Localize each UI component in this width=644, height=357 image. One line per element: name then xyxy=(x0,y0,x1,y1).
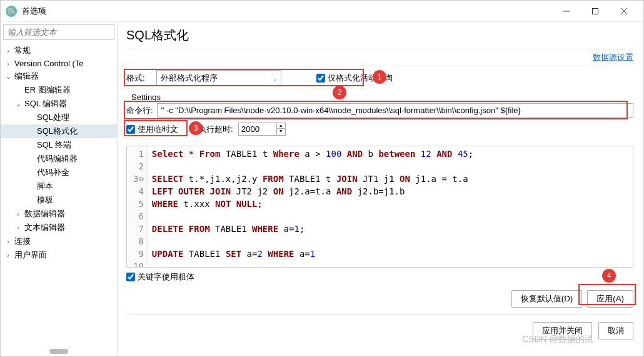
tree-label: Version Control (Te xyxy=(13,59,84,68)
scrollbar-thumb[interactable] xyxy=(49,349,68,354)
spinner-up-icon[interactable]: ▲ xyxy=(277,123,285,129)
cancel-button[interactable]: 取消 xyxy=(598,322,633,339)
tree-item[interactable]: SQL处理 xyxy=(1,111,117,124)
chevron-right-icon[interactable]: › xyxy=(13,210,23,218)
tree-label: 文本编辑器 xyxy=(23,222,65,233)
code-preview: 123⊖45678910 Select * From TABLE1 t Wher… xyxy=(126,146,633,268)
tree-item[interactable]: ›常规 xyxy=(1,44,117,58)
use-temp-input[interactable] xyxy=(126,125,135,134)
filter-input[interactable] xyxy=(3,24,114,40)
tree-item[interactable]: 模板 xyxy=(1,193,117,207)
format-value: 外部格式化程序 xyxy=(161,73,218,84)
main-panel: SQL格式化 数据源设置 格式: 外部格式化程序 ⌵ 仅格式化活动查询 1 Se… xyxy=(118,22,643,356)
only-active-label: 仅格式化活动查询 xyxy=(328,73,393,84)
timeout-spinner[interactable]: ▲ ▼ xyxy=(238,123,286,136)
use-temp-label: 使用临时文 xyxy=(138,124,178,135)
bold-keywords-checkbox[interactable]: 关键字使用粗体 xyxy=(126,271,194,283)
close-button[interactable] xyxy=(610,1,638,21)
code-lines: Select * From TABLE1 t Where a > 100 AND… xyxy=(148,146,633,267)
page-title: SQL格式化 xyxy=(126,26,633,49)
chevron-right-icon[interactable]: › xyxy=(3,60,13,68)
tree-item[interactable]: ›连接 xyxy=(1,234,117,248)
window-title: 首选项 xyxy=(22,6,552,17)
tree-item[interactable]: ›用户界面 xyxy=(1,248,117,262)
tree-item[interactable]: 代码补全 xyxy=(1,166,117,179)
only-active-input[interactable] xyxy=(316,74,325,83)
app-icon xyxy=(6,6,17,17)
tree-label: ER 图编辑器 xyxy=(23,84,71,96)
chevron-right-icon[interactable]: › xyxy=(3,47,13,54)
chevron-down-icon[interactable]: ⌄ xyxy=(3,73,13,81)
tree-label: SQL 编辑器 xyxy=(23,98,67,109)
tree-label: SQL处理 xyxy=(36,112,69,123)
sidebar: ›常规›Version Control (Te⌄编辑器ER 图编辑器⌄SQL 编… xyxy=(1,22,118,356)
tree-label: SQL 终端 xyxy=(36,139,71,151)
apply-close-button[interactable]: 应用并关闭 xyxy=(533,322,592,339)
format-label: 格式: xyxy=(126,73,151,84)
cmdline-input[interactable] xyxy=(157,103,633,118)
chevron-down-icon: ⌵ xyxy=(273,75,277,82)
tree-label: 代码补全 xyxy=(36,167,69,178)
minimize-button[interactable] xyxy=(552,1,581,21)
apply-button[interactable]: 应用(A) xyxy=(587,290,633,308)
datasource-link[interactable]: 数据源设置 xyxy=(593,53,633,62)
tree-item[interactable]: ER 图编辑器 xyxy=(1,83,117,97)
line-gutter: 123⊖45678910 xyxy=(127,146,148,267)
only-active-checkbox[interactable]: 仅格式化活动查询 xyxy=(316,73,393,84)
tree-label: 代码编辑器 xyxy=(36,153,78,164)
svg-rect-1 xyxy=(593,8,598,14)
tree-label: 用户界面 xyxy=(13,249,47,261)
tree-label: 常规 xyxy=(13,45,31,56)
tree-label: SQL格式化 xyxy=(36,126,78,137)
tree-item[interactable]: SQL格式化 xyxy=(1,124,117,138)
cmdline-label: 命令行: xyxy=(126,105,153,116)
tree-item[interactable]: 代码编辑器 xyxy=(1,152,117,166)
tree-label: 脚本 xyxy=(36,181,53,192)
chevron-right-icon[interactable]: › xyxy=(3,238,13,245)
restore-defaults-button[interactable]: 恢复默认值(D) xyxy=(511,290,583,308)
spinner-down-icon[interactable]: ▼ xyxy=(277,129,285,134)
use-temp-checkbox[interactable]: 使用临时文 xyxy=(126,124,178,135)
timeout-label: 执行超时: xyxy=(198,124,233,135)
tree-item[interactable]: ›Version Control (Te xyxy=(1,58,117,69)
format-select[interactable]: 外部格式化程序 ⌵ xyxy=(156,70,281,86)
tree-item[interactable]: 脚本 xyxy=(1,179,117,193)
tree-item[interactable]: ›文本编辑器 xyxy=(1,221,117,234)
chevron-right-icon[interactable]: › xyxy=(3,251,13,259)
tree-item[interactable]: ⌄SQL 编辑器 xyxy=(1,97,117,111)
timeout-input[interactable] xyxy=(239,123,276,135)
titlebar: 首选项 xyxy=(1,1,643,22)
bold-keywords-label: 关键字使用粗体 xyxy=(138,271,194,283)
maximize-button[interactable] xyxy=(581,1,610,21)
preference-tree: ›常规›Version Control (Te⌄编辑器ER 图编辑器⌄SQL 编… xyxy=(1,43,117,346)
tree-item[interactable]: ›数据编辑器 xyxy=(1,207,117,221)
chevron-right-icon[interactable]: › xyxy=(13,224,23,231)
tree-item[interactable]: SQL 终端 xyxy=(1,138,117,152)
tree-label: 连接 xyxy=(13,236,31,247)
tree-label: 数据编辑器 xyxy=(23,208,65,219)
tree-label: 编辑器 xyxy=(13,71,39,82)
bold-keywords-input[interactable] xyxy=(126,273,135,281)
tree-item[interactable]: ⌄编辑器 xyxy=(1,69,117,83)
chevron-down-icon[interactable]: ⌄ xyxy=(13,100,23,108)
tree-label: 模板 xyxy=(36,194,53,206)
settings-legend: Settings xyxy=(126,93,633,103)
